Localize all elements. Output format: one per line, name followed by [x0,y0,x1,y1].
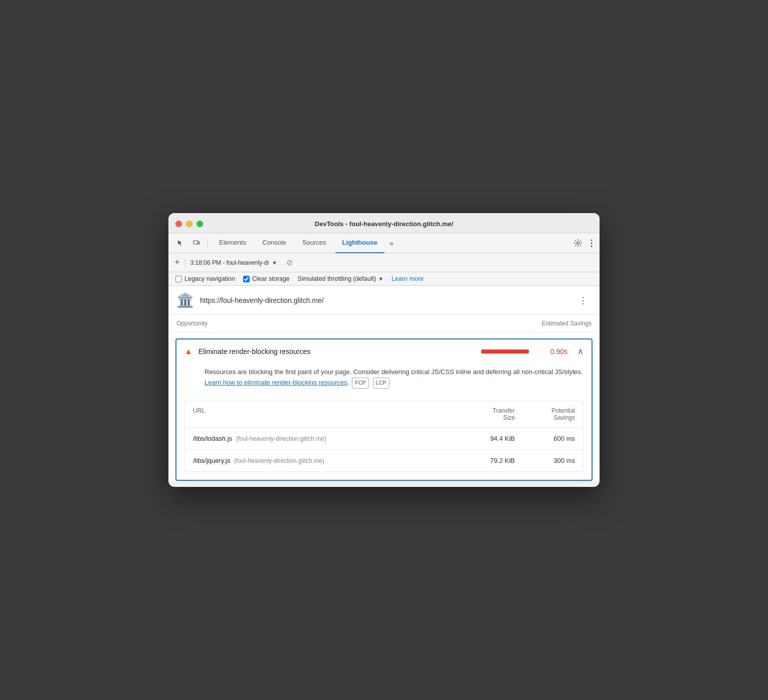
table-col-size-header: TransferSize [455,407,515,421]
table-cell-size-2: 79.2 KiB [455,457,515,464]
tab-console[interactable]: Console [255,233,293,253]
svg-point-2 [577,242,580,244]
opportunity-description: Resources are blocking the first paint o… [176,363,592,396]
inspect-tool-button[interactable] [173,237,187,249]
cursor-icon [176,239,184,247]
url-path-1: /libs/lodash.js [193,435,232,442]
opportunity-table: URL TransferSize PotentialSavings /libs/… [184,401,584,472]
opportunity-bar-container [481,349,536,354]
table-col-url-header: URL [193,407,455,421]
table-cell-url-2: /libs/jquery.js (foul-heavenly-direction… [193,457,455,464]
legacy-navigation-checkbox[interactable]: Legacy navigation [175,275,235,282]
warning-triangle-icon: ▲ [184,347,193,356]
table-cell-savings-1: 600 ms [515,435,575,442]
column-headers: Opportunity Estimated Savings [168,315,600,332]
table-cell-url-1: /libs/lodash.js (foul-heavenly-direction… [193,435,455,442]
legacy-navigation-label: Legacy navigation [184,275,235,282]
col-estimated-savings-label: Estimated Savings [542,320,592,327]
main-content: 🏛️ https://foul-heavenly-direction.glitc… [168,286,600,480]
fcp-badge: FCP [352,378,369,389]
clear-storage-checkbox[interactable]: Clear storage [243,275,290,282]
table-header: URL TransferSize PotentialSavings [185,401,583,428]
url-path-2: /libs/jquery.js [193,457,230,464]
url-bar-info: 3:18:06 PM - foul-heavenly-di ▼ [190,259,278,266]
device-icon [193,239,201,247]
ellipsis-vertical-icon [591,239,593,247]
svg-point-4 [591,242,593,244]
tab-lighthouse[interactable]: Lighthouse [335,233,385,253]
opportunity-time-value: 0.90s [542,347,567,356]
table-row: /libs/lodash.js (foul-heavenly-direction… [185,428,583,450]
maximize-button[interactable] [197,221,203,227]
description-text-part1: Resources are blocking the first paint o… [205,368,583,376]
svg-point-3 [591,239,593,241]
learn-render-blocking-link[interactable]: Learn how to eliminate render-blocking r… [205,379,347,386]
url-dropdown-arrow[interactable]: ▼ [272,260,277,266]
throttling-label: Simulated throttling (default) [298,275,376,282]
title-bar: DevTools - foul-heavenly-direction.glitc… [168,213,600,233]
url-bar-time: 3:18:06 PM - foul-heavenly-di [190,259,269,266]
tab-sources[interactable]: Sources [295,233,333,253]
tab-divider [208,239,208,248]
minimize-button[interactable] [186,221,193,227]
window-title: DevTools - foul-heavenly-direction.glitc… [315,220,453,228]
lcp-badge: LCP [373,378,390,389]
add-tab-button[interactable]: + [174,257,180,268]
throttling-select-wrapper: Simulated throttling (default) ▼ [298,275,383,282]
more-tabs-button[interactable]: » [387,237,397,249]
opportunity-row: ▲ Eliminate render-blocking resources 0.… [175,338,593,480]
svg-point-5 [591,245,593,247]
col-opportunity-label: Opportunity [176,320,208,327]
more-options-button[interactable] [589,237,595,249]
settings-button[interactable] [571,237,585,250]
url-bar: + 3:18:06 PM - foul-heavenly-di ▼ ⊘ [168,253,600,272]
svg-rect-1 [198,242,200,244]
url-domain-2: (foul-heavenly-direction.glitch.me) [234,457,324,464]
table-cell-savings-2: 300 ms [515,457,575,464]
learn-more-link[interactable]: Learn more [392,275,424,282]
clear-storage-label: Clear storage [252,275,290,282]
tab-bar: Elements Console Sources Lighthouse » [168,233,600,253]
url-bar-separator [185,258,185,267]
table-cell-size-1: 94.4 KiB [455,435,515,442]
lh-menu-button[interactable]: ⋮ [574,293,592,308]
opportunity-title: Eliminate render-blocking resources [199,347,475,356]
tab-actions [571,237,595,250]
clear-storage-input[interactable] [243,276,250,282]
device-toggle-button[interactable] [189,237,204,249]
gear-icon [573,239,583,248]
block-icon[interactable]: ⊘ [286,258,293,267]
close-button[interactable] [175,221,182,227]
legacy-navigation-input[interactable] [175,276,182,282]
expand-chevron-icon[interactable]: ∧ [578,346,584,356]
lighthouse-logo-icon: 🏛️ [176,292,194,308]
lh-header-row: 🏛️ https://foul-heavenly-direction.glitc… [168,286,600,315]
lh-url-text: https://foul-heavenly-direction.glitch.m… [200,296,568,304]
table-col-savings-header: PotentialSavings [515,407,575,421]
url-domain-1: (foul-heavenly-direction.glitch.me) [236,435,326,442]
throttling-arrow-icon[interactable]: ▼ [378,276,383,282]
devtools-window: DevTools - foul-heavenly-direction.glitc… [168,213,600,486]
opportunity-header: ▲ Eliminate render-blocking resources 0.… [176,339,592,363]
opportunity-bar [481,349,529,354]
traffic-lights [175,221,203,227]
table-row: /libs/jquery.js (foul-heavenly-direction… [185,450,583,471]
tab-elements[interactable]: Elements [212,233,253,253]
svg-rect-0 [194,241,198,244]
options-bar: Legacy navigation Clear storage Simulate… [168,272,600,286]
